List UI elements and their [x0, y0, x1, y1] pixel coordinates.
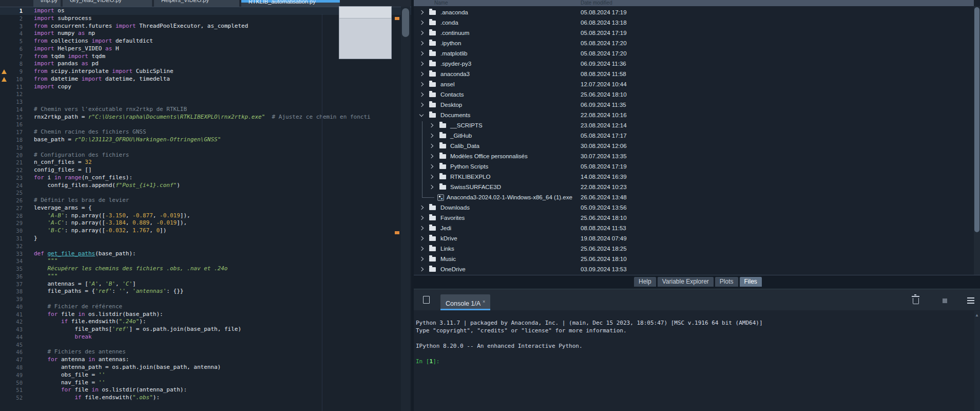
- column-header-date-modified[interactable]: Date modified: [581, 0, 612, 6]
- line-number[interactable]: 14: [0, 106, 23, 114]
- code-line[interactable]: 42 if file.endswith(".24o"):: [0, 318, 411, 326]
- file-row[interactable]: SwissSURFACE3D22.08.2024 10:23: [414, 182, 974, 192]
- line-number[interactable]: 47: [0, 356, 23, 364]
- chevron-right-icon[interactable]: [419, 31, 424, 35]
- chevron-right-icon[interactable]: [429, 123, 433, 127]
- line-number[interactable]: 23: [0, 174, 23, 182]
- file-row[interactable]: __SCRIPTS23.08.2024 12:14: [414, 120, 974, 130]
- scroll-up-arrow-icon[interactable]: ▲: [975, 313, 979, 317]
- line-number[interactable]: 38: [0, 288, 23, 295]
- line-number[interactable]: 40: [0, 303, 23, 311]
- chevron-right-icon[interactable]: [419, 103, 424, 107]
- code-line[interactable]: 16: [0, 121, 411, 128]
- console-output[interactable]: Python 3.11.7 | packaged by Anaconda, In…: [416, 311, 973, 411]
- line-number[interactable]: 52: [0, 394, 23, 402]
- file-row[interactable]: .conda06.08.2024 13:18: [414, 17, 974, 28]
- chevron-down-icon[interactable]: [419, 113, 424, 117]
- line-number[interactable]: 39: [0, 295, 23, 303]
- files-column-header[interactable]: Name Date modified: [414, 0, 974, 6]
- code-line[interactable]: 50 nav_file = '': [0, 379, 411, 387]
- line-number[interactable]: 25: [0, 189, 23, 197]
- line-number[interactable]: 18: [0, 136, 23, 144]
- file-row[interactable]: kDrive19.08.2024 07:49: [414, 233, 974, 244]
- code-line[interactable]: 19: [0, 144, 411, 152]
- chevron-right-icon[interactable]: [419, 247, 424, 251]
- chevron-right-icon[interactable]: [419, 10, 424, 14]
- line-number[interactable]: 1: [0, 7, 23, 15]
- chevron-right-icon[interactable]: [429, 185, 433, 189]
- plugin-tab-files[interactable]: Files: [740, 277, 762, 287]
- chevron-right-icon[interactable]: [419, 267, 424, 271]
- code-line[interactable]: 34 """: [0, 257, 411, 265]
- code-line[interactable]: 15rnx2rtkp_path = r"C:\Users\rapha\Docum…: [0, 114, 411, 121]
- line-number[interactable]: 6: [0, 45, 23, 53]
- code-line[interactable]: 26# Définir les bras de levier: [0, 197, 411, 204]
- file-row[interactable]: .ipython05.08.2024 17:20: [414, 38, 974, 48]
- file-row[interactable]: ansel12.07.2024 10:44: [414, 79, 974, 89]
- code-line[interactable]: 9from scipy.interpolate import CubicSpli…: [0, 68, 411, 76]
- editor-scrollbar[interactable]: [401, 7, 410, 411]
- column-header-name[interactable]: Name: [434, 0, 448, 6]
- file-row[interactable]: Calib_Data30.08.2024 12:06: [414, 141, 974, 151]
- file-row[interactable]: Desktop06.09.2024 11:35: [414, 100, 974, 110]
- line-number[interactable]: 24: [0, 182, 23, 190]
- code-line[interactable]: 18base_path = r"D:\231123_OFROU\Harkinge…: [0, 136, 411, 144]
- line-number[interactable]: 26: [0, 197, 23, 204]
- code-line[interactable]: 35 Récupérer les chemins des fichiers .o…: [0, 265, 411, 273]
- file-row[interactable]: Favorites25.06.2024 18:10: [414, 213, 974, 223]
- line-number[interactable]: 28: [0, 212, 23, 220]
- file-row[interactable]: _GitHub05.08.2024 17:17: [414, 130, 974, 141]
- code-line[interactable]: 38 file_paths = {'ref': '', 'antennas': …: [0, 288, 411, 295]
- file-row[interactable]: .anaconda05.08.2024 17:19: [414, 7, 974, 17]
- file-row[interactable]: Contacts25.06.2024 18:10: [414, 89, 974, 100]
- chevron-right-icon[interactable]: [429, 175, 433, 179]
- code-line[interactable]: 32: [0, 242, 411, 250]
- chevron-right-icon[interactable]: [429, 154, 433, 158]
- code-line[interactable]: 12: [0, 90, 411, 98]
- console-prompt[interactable]: In [1]:: [416, 358, 973, 365]
- line-number[interactable]: 7: [0, 53, 23, 61]
- console-scrollbar[interactable]: [974, 311, 980, 411]
- file-row[interactable]: Links25.06.2024 18:25: [414, 244, 974, 254]
- code-line[interactable]: 48 antenna_path = os.path.join(base_path…: [0, 364, 411, 371]
- code-line[interactable]: 8import pandas as pd: [0, 60, 411, 68]
- line-number[interactable]: 12: [0, 90, 23, 98]
- code-line[interactable]: 20# Configuration des fichiers: [0, 152, 411, 159]
- file-row[interactable]: anaconda308.08.2024 11:58: [414, 69, 974, 79]
- chevron-right-icon[interactable]: [419, 41, 424, 45]
- code-line[interactable]: 41 for file in os.listdir(base_path):: [0, 311, 411, 319]
- code-line[interactable]: 49 obs_file = '': [0, 371, 411, 379]
- code-line[interactable]: 52 if file.endswith(".obs"):: [0, 394, 411, 402]
- line-number[interactable]: 15: [0, 114, 23, 121]
- line-number[interactable]: 32: [0, 242, 23, 250]
- chevron-right-icon[interactable]: [429, 134, 433, 138]
- editor-scrollbar-thumb[interactable]: [402, 8, 409, 37]
- line-number[interactable]: 37: [0, 281, 23, 288]
- line-number[interactable]: 16: [0, 121, 23, 128]
- chevron-right-icon[interactable]: [419, 72, 424, 76]
- line-number[interactable]: 20: [0, 152, 23, 159]
- chevron-right-icon[interactable]: [419, 51, 424, 55]
- line-number[interactable]: 30: [0, 227, 23, 235]
- line-number[interactable]: 42: [0, 318, 23, 326]
- line-number[interactable]: 49: [0, 371, 23, 379]
- line-number[interactable]: 41: [0, 311, 23, 319]
- chevron-right-icon[interactable]: [429, 144, 433, 148]
- plugin-tab-help[interactable]: Help: [634, 277, 656, 287]
- line-number[interactable]: 21: [0, 159, 23, 166]
- plugin-tab-plots[interactable]: Plots: [715, 277, 738, 287]
- code-line[interactable]: 43 file_paths['ref'] = os.path.join(base…: [0, 326, 411, 333]
- line-number[interactable]: 22: [0, 166, 23, 174]
- file-row[interactable]: Python Scripts05.08.2024 17:19: [414, 161, 974, 172]
- code-line[interactable]: 14# Chemin vers l'exécutable rnx2rtkp de…: [0, 106, 411, 114]
- line-number[interactable]: 8: [0, 60, 23, 68]
- code-line[interactable]: 17# Chemin racine des fichiers GNSS: [0, 128, 411, 136]
- line-number[interactable]: 33: [0, 250, 23, 258]
- line-number[interactable]: 2: [0, 15, 23, 23]
- line-number[interactable]: 17: [0, 128, 23, 136]
- file-row[interactable]: Downloads05.09.2024 13:56: [414, 202, 974, 213]
- editor-tab-tmp.py[interactable]: tmp.py: [33, 0, 61, 7]
- code-line[interactable]: 27leverage_arms = {: [0, 204, 411, 212]
- line-number[interactable]: 44: [0, 333, 23, 341]
- file-row[interactable]: Modèles Office personnalisés30.07.2024 1…: [414, 151, 974, 161]
